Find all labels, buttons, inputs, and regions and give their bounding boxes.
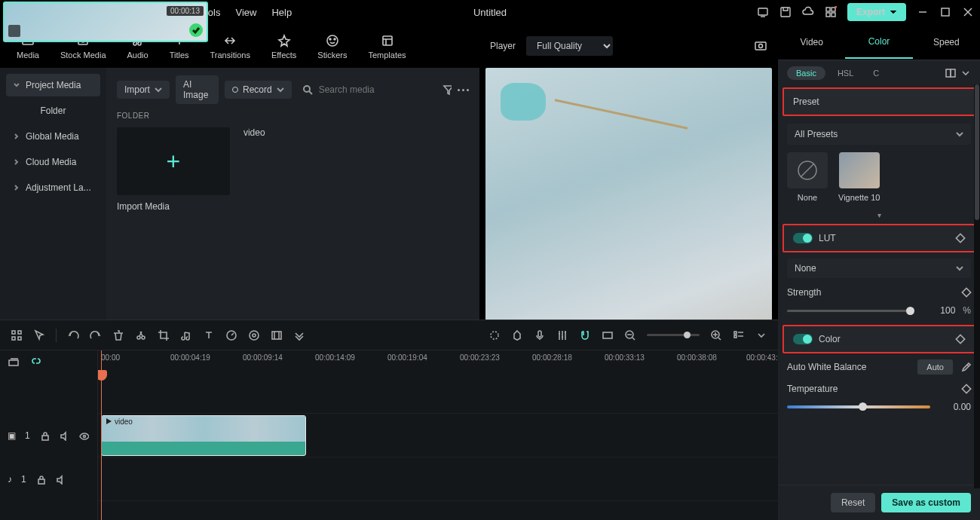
color-toggle[interactable]	[793, 334, 813, 344]
tab-color[interactable]: Color	[845, 26, 912, 59]
delete-icon[interactable]	[112, 329, 124, 341]
mixer-icon[interactable]	[556, 329, 568, 341]
filter-icon[interactable]	[443, 84, 452, 96]
section-preset[interactable]: Preset	[784, 89, 974, 115]
more-icon[interactable]	[293, 329, 305, 341]
eyedropper-icon[interactable]	[960, 362, 971, 372]
import-button[interactable]: Import	[117, 81, 170, 99]
tab-video[interactable]: Video	[778, 26, 845, 58]
cloud-icon[interactable]	[802, 6, 814, 18]
mute-icon[interactable]	[59, 430, 69, 441]
export-button[interactable]: Export	[847, 3, 906, 21]
ai-image-button[interactable]: AI Image	[176, 75, 219, 104]
playhead[interactable]	[101, 350, 102, 520]
audio-track[interactable]	[98, 457, 778, 501]
preset-none[interactable]: None	[787, 152, 828, 202]
text-icon[interactable]	[203, 329, 215, 341]
record-button[interactable]: Record	[225, 81, 292, 99]
snapshot-icon[interactable]	[754, 39, 767, 53]
layers-icon[interactable]	[8, 356, 20, 368]
keyframe-icon[interactable]	[960, 383, 973, 396]
video-track-header[interactable]: ▣1	[0, 414, 97, 457]
subtab-curves[interactable]: C	[865, 66, 887, 80]
video-track[interactable]: video	[98, 414, 778, 457]
tab-stickers[interactable]: Stickers	[308, 30, 356, 63]
strength-slider[interactable]	[787, 310, 914, 312]
menu-view[interactable]: View	[235, 7, 256, 18]
zoom-in-icon[interactable]	[710, 329, 722, 341]
grid-icon[interactable]	[11, 329, 23, 341]
marker-icon[interactable]	[511, 329, 523, 341]
track-opts-icon[interactable]	[733, 329, 745, 341]
scrollbar[interactable]	[974, 84, 980, 488]
zoom-out-icon[interactable]	[624, 329, 636, 341]
lock-icon[interactable]	[35, 474, 46, 485]
chevron-down-icon[interactable]	[755, 329, 767, 341]
subtab-hsl[interactable]: HSL	[830, 66, 861, 80]
ratio-icon[interactable]	[602, 329, 614, 341]
split-icon[interactable]	[135, 329, 147, 341]
cursor-icon[interactable]	[33, 329, 45, 341]
lut-select[interactable]: None	[787, 258, 971, 278]
eye-icon[interactable]	[78, 430, 89, 441]
quality-select[interactable]: Full Quality	[526, 36, 613, 56]
lut-toggle[interactable]	[793, 233, 813, 243]
sidebar-global-media[interactable]: Global Media	[6, 125, 100, 148]
strength-value[interactable]: 100	[922, 305, 955, 316]
sidebar-folder[interactable]: Folder	[6, 99, 100, 122]
sidebar-cloud-media[interactable]: Cloud Media	[6, 151, 100, 173]
marker-dash-icon[interactable]	[488, 329, 501, 341]
compare-icon[interactable]	[945, 68, 956, 78]
undo-icon[interactable]	[67, 329, 79, 341]
time-ruler[interactable]: 00:00 00:00:04:19 00:00:09:14 00:00:14:0…	[98, 350, 778, 373]
close-icon[interactable]	[962, 6, 974, 18]
import-media-tile[interactable]: + Import Media	[117, 127, 230, 212]
expand-presets[interactable]: ▾	[778, 208, 980, 222]
menu-help[interactable]: Help	[271, 7, 292, 18]
preset-vignette-10[interactable]: Vignette 10	[838, 152, 880, 202]
save-icon[interactable]	[779, 6, 792, 18]
more-icon[interactable]	[458, 89, 469, 91]
frame-icon[interactable]	[271, 329, 283, 341]
music-icon[interactable]	[180, 329, 192, 341]
keyframe-icon[interactable]	[954, 333, 967, 346]
crop-icon[interactable]	[158, 329, 170, 341]
maximize-icon[interactable]	[939, 6, 951, 18]
lock-icon[interactable]	[39, 430, 50, 441]
temperature-value[interactable]: 0.00	[938, 402, 971, 412]
save-custom-button[interactable]: Save as custom	[881, 493, 971, 512]
preset-dropdown[interactable]: All Presets	[787, 124, 971, 145]
reset-button[interactable]: Reset	[831, 493, 875, 512]
mute-icon[interactable]	[55, 474, 66, 485]
apps-icon[interactable]	[825, 6, 837, 18]
subtab-basic[interactable]: Basic	[787, 66, 825, 80]
search-input[interactable]	[319, 84, 432, 95]
magnet-icon[interactable]	[579, 329, 591, 341]
media-clip[interactable]: 00:00:13 video	[243, 127, 357, 212]
audio-track-header[interactable]: ♪1	[0, 457, 97, 501]
timeline-tracks[interactable]: 00:00 00:00:04:19 00:00:09:14 00:00:14:0…	[98, 350, 778, 520]
search-field[interactable]	[298, 84, 436, 95]
mic-icon[interactable]	[534, 329, 546, 341]
highlight-preset: Preset	[782, 87, 975, 116]
zoom-slider[interactable]	[647, 334, 700, 336]
device-icon[interactable]	[757, 6, 769, 18]
sidebar-project-media[interactable]: Project Media	[6, 74, 100, 96]
speed-icon[interactable]	[225, 329, 237, 341]
keyframe-icon[interactable]	[954, 232, 967, 245]
minimize-icon[interactable]	[917, 6, 929, 18]
tab-speed[interactable]: Speed	[913, 26, 980, 58]
chevron-down-icon[interactable]	[960, 68, 971, 78]
redo-icon[interactable]	[90, 329, 102, 341]
color-icon[interactable]	[248, 329, 260, 341]
keyframe-icon[interactable]	[960, 286, 973, 299]
inspector-scroll[interactable]: Preset All Presets None Vignette 10 ▾ LU…	[778, 86, 980, 485]
timeline-clip[interactable]: video	[101, 415, 306, 456]
auto-button[interactable]: Auto	[917, 359, 953, 375]
temperature-slider[interactable]	[787, 405, 930, 408]
tab-templates[interactable]: Templates	[359, 30, 415, 63]
link-icon[interactable]	[30, 356, 42, 368]
tab-effects[interactable]: Effects	[262, 30, 305, 63]
tab-transitions[interactable]: Transitions	[201, 30, 259, 63]
sidebar-adjustment-layer[interactable]: Adjustment La...	[6, 176, 100, 199]
